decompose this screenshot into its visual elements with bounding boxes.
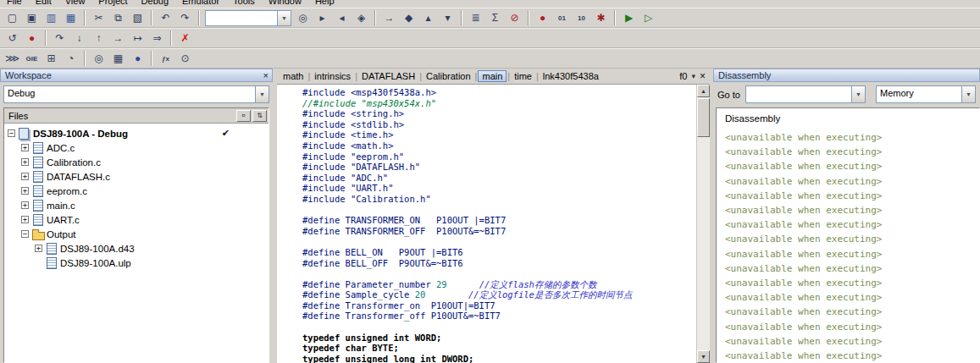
- reset-button[interactable]: ↺: [3, 30, 22, 47]
- debug-without-downloading-button[interactable]: ▷: [639, 9, 658, 26]
- download-and-debug-button[interactable]: ▶: [619, 9, 639, 26]
- tree-item[interactable]: +eeprom.c: [4, 184, 269, 198]
- memory-view-2-button[interactable]: 10: [572, 9, 591, 26]
- menu-help[interactable]: Help: [308, 0, 341, 8]
- expand-plus-icon[interactable]: +: [21, 187, 29, 195]
- scroll-down-icon[interactable]: ▼: [697, 350, 710, 363]
- paste-button[interactable]: ▧: [128, 9, 147, 26]
- gie-toggle-button[interactable]: GIE: [22, 50, 42, 67]
- chevron-down-icon[interactable]: ▼: [255, 86, 269, 102]
- tab-DATAFLASH[interactable]: DATAFLASH: [358, 70, 418, 82]
- status-column-icon[interactable]: ⇅: [252, 110, 267, 122]
- interrupts-window-button[interactable]: ⊞: [42, 50, 61, 67]
- menu-window[interactable]: Window: [262, 0, 308, 8]
- clock-control-button[interactable]: ◔: [61, 50, 80, 67]
- tab-Calibration[interactable]: Calibration: [423, 70, 474, 82]
- step-out-button[interactable]: ↑: [89, 30, 108, 47]
- expand-plus-icon[interactable]: +: [21, 201, 29, 209]
- tree-item[interactable]: +DATAFLASH.c: [4, 169, 269, 184]
- previous-bookmark-button[interactable]: ▴: [418, 9, 438, 26]
- chevron-down-icon[interactable]: ▼: [851, 86, 865, 102]
- file-tree[interactable]: −DSJ89-100A - Debug✔+ADC.c+Calibration.c…: [4, 124, 269, 362]
- watch-window-button[interactable]: ◎: [89, 50, 108, 67]
- expand-minus-icon[interactable]: −: [8, 129, 15, 137]
- settings-column-icon[interactable]: ¤: [236, 110, 251, 122]
- tree-item[interactable]: −Output: [4, 227, 269, 241]
- find-previous-button[interactable]: ◂: [332, 9, 352, 26]
- chevron-down-icon[interactable]: ▼: [277, 11, 291, 25]
- go-to-button[interactable]: →: [379, 9, 399, 26]
- editor-vertical-scrollbar[interactable]: ▲ ▼: [696, 85, 710, 363]
- toggle-bookmark-button[interactable]: ◆: [399, 9, 418, 26]
- new-document-button[interactable]: ▢: [3, 9, 22, 26]
- copy-button[interactable]: ⧉: [108, 9, 128, 26]
- save-button[interactable]: ▥: [42, 9, 61, 26]
- find-next-button[interactable]: ▸: [313, 9, 332, 26]
- code-area[interactable]: #include <msp430f5438a.h>//#include "msp…: [277, 85, 696, 363]
- replace-button[interactable]: ◈: [352, 9, 371, 26]
- tree-item[interactable]: +ADC.c: [4, 140, 269, 155]
- document-close-icon[interactable]: ×: [700, 72, 706, 80]
- step-into-button[interactable]: ↓: [69, 30, 89, 47]
- stop-debugging-button[interactable]: ✗: [175, 30, 195, 47]
- tab-math[interactable]: math: [280, 70, 307, 82]
- tab-main[interactable]: main: [478, 70, 507, 82]
- code-coverage-button[interactable]: ⊙: [175, 50, 195, 67]
- expand-plus-icon[interactable]: +: [35, 245, 42, 252]
- scrollbar-thumb[interactable]: [697, 98, 710, 137]
- save-all-button[interactable]: ▦: [61, 9, 80, 26]
- gie-toggle-icon: GIE: [26, 55, 38, 63]
- redo-button[interactable]: ↷: [175, 9, 195, 26]
- make-button[interactable]: ≣: [466, 9, 485, 26]
- find-text-combobox[interactable]: ▼: [205, 10, 291, 26]
- menu-file[interactable]: File: [0, 0, 29, 8]
- tree-item[interactable]: +Calibration.c: [4, 155, 269, 169]
- find-button[interactable]: ◎: [293, 9, 313, 26]
- tab-time[interactable]: time: [511, 70, 535, 82]
- tab-lnk430f5438a[interactable]: lnk430f5438a: [540, 70, 602, 82]
- expand-plus-icon[interactable]: +: [21, 173, 29, 180]
- function-selector-dropdown-icon[interactable]: ▾: [691, 72, 695, 80]
- menu-project[interactable]: Project: [91, 0, 134, 8]
- menu-view[interactable]: View: [58, 0, 92, 8]
- chevron-down-icon[interactable]: ▼: [961, 86, 975, 102]
- tree-item[interactable]: −DSJ89-100A - Debug✔: [4, 126, 269, 140]
- menu-debug[interactable]: Debug: [135, 0, 175, 8]
- view-mode-combobox[interactable]: Memory ▼: [876, 85, 976, 103]
- stop-build-button[interactable]: ⊘: [505, 9, 524, 26]
- expand-plus-icon[interactable]: +: [21, 158, 29, 166]
- tree-item[interactable]: +DSJ89-100A.d43: [4, 241, 269, 256]
- tree-item[interactable]: +main.c: [4, 198, 269, 212]
- function-profiler-button[interactable]: ƒx: [156, 50, 175, 67]
- menu-edit[interactable]: Edit: [29, 0, 58, 8]
- expand-minus-icon[interactable]: −: [21, 230, 29, 238]
- undo-button[interactable]: ↶: [156, 9, 175, 26]
- tree-item[interactable]: +UART.c: [4, 212, 269, 227]
- power-log-button[interactable]: ●: [128, 50, 147, 67]
- disassembly-listing[interactable]: Disassembly <unavailable when executing>…: [716, 107, 980, 363]
- next-statement-button[interactable]: →: [108, 30, 128, 47]
- expand-plus-icon[interactable]: +: [21, 144, 29, 151]
- tab-intrinsics[interactable]: intrinsics: [311, 70, 354, 82]
- expand-plus-icon[interactable]: +: [21, 216, 29, 223]
- autostep-button[interactable]: ⋙: [3, 50, 22, 67]
- go-button[interactable]: ⇒: [147, 30, 167, 47]
- tree-item[interactable]: DSJ89-100A.ulp: [4, 256, 269, 270]
- open-file-button[interactable]: ▣: [22, 9, 42, 26]
- run-to-cursor-button[interactable]: ↦: [128, 30, 147, 47]
- next-bookmark-button[interactable]: ▾: [438, 9, 457, 26]
- workspace-close-icon[interactable]: ×: [263, 71, 269, 80]
- c-spy-debugger-button[interactable]: ✱: [591, 9, 611, 26]
- step-over-button[interactable]: ↷: [50, 30, 69, 47]
- menu-tools[interactable]: Tools: [226, 0, 262, 8]
- menu-emulator[interactable]: Emulator: [175, 0, 226, 8]
- build-configuration-combobox[interactable]: Debug ▼: [3, 85, 269, 103]
- compile-button[interactable]: Σ: [485, 9, 505, 26]
- goto-combobox[interactable]: ▼: [745, 85, 866, 103]
- toggle-breakpoint-button[interactable]: ●: [533, 9, 552, 26]
- memory-view-1-button[interactable]: 01: [552, 9, 572, 26]
- register-window-button[interactable]: ▦: [108, 50, 128, 67]
- scroll-up-icon[interactable]: ▲: [697, 85, 710, 97]
- cut-button[interactable]: ✂: [89, 9, 108, 26]
- break-button[interactable]: ●: [22, 30, 42, 47]
